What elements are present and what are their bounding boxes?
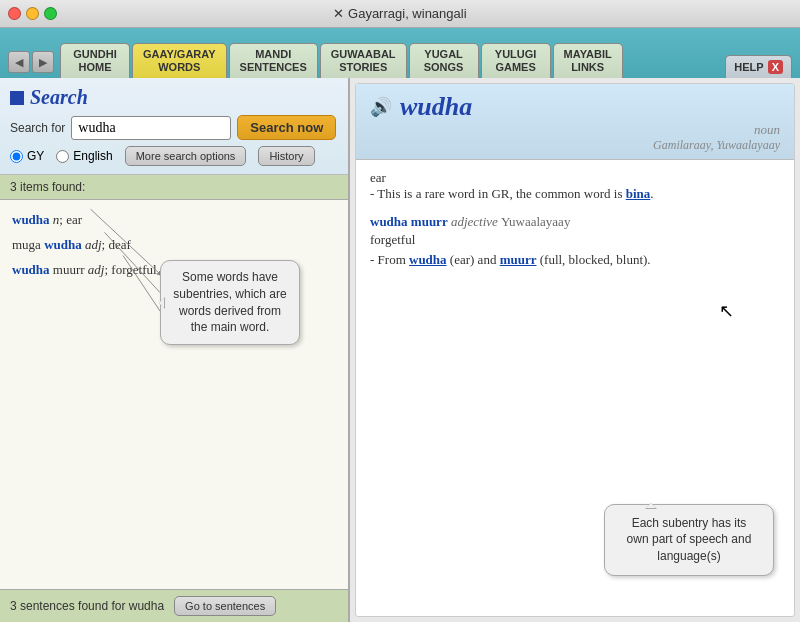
search-title: Search [10, 86, 338, 109]
word-title: wudha [400, 92, 472, 122]
speaker-icon[interactable]: 🔊 [370, 96, 392, 118]
muurr-link[interactable]: muurr [500, 252, 537, 267]
left-panel: Search Search for Search now GY English … [0, 78, 350, 622]
tab-mandi[interactable]: MANDI SENTENCES [229, 43, 318, 78]
word-header-area: 🔊 wudha noun Gamilaraay, Yuwaalayaay [356, 84, 794, 160]
bina-link[interactable]: bina [626, 186, 651, 201]
go-to-sentences-button[interactable]: Go to sentences [174, 596, 276, 616]
word-pos: noun [370, 122, 780, 138]
right-panel: 🔊 wudha noun Gamilaraay, Yuwaalayaay ear… [355, 83, 795, 617]
tab-yulugi[interactable]: YULUGI GAMES [481, 43, 551, 78]
def-text: - This is a rare word in GR, the common … [370, 186, 780, 202]
radio-row: GY English More search options History [10, 146, 338, 166]
maximize-button[interactable] [44, 7, 57, 20]
word-title-row: 🔊 wudha [370, 92, 780, 122]
tab-yugal[interactable]: YUGAL SONGS [409, 43, 479, 78]
def-label: ear [370, 170, 780, 186]
list-item[interactable]: wudha n; ear [12, 210, 336, 231]
tab-gundhi[interactable]: GUNDHI HOME [60, 43, 130, 78]
subentry-def: - From wudha (ear) and muurr (full, bloc… [370, 252, 780, 268]
bottom-bar: 3 sentences found for wudha Go to senten… [0, 589, 348, 622]
search-input[interactable] [71, 116, 231, 140]
help-tab[interactable]: HELP X [725, 55, 792, 78]
window-title: ✕ Gayarragi, winangali [333, 6, 466, 21]
subentry-title: wudha muurr adjective Yuwaalayaay [370, 214, 780, 230]
result-word: wudha [12, 262, 50, 277]
search-now-button[interactable]: Search now [237, 115, 336, 140]
search-row: Search for Search now [10, 115, 338, 140]
tab-mayabil[interactable]: MAYABIL LINKS [553, 43, 623, 78]
nav-bar: ◀ ▶ GUNDHI HOME GAAY/GARAY WORDS MANDI S… [0, 28, 800, 78]
wudha-link[interactable]: wudha [409, 252, 447, 267]
radio-gy[interactable]: GY [10, 149, 44, 163]
tab-gaay[interactable]: GAAY/GARAY WORDS [132, 43, 227, 78]
more-options-button[interactable]: More search options [125, 146, 247, 166]
subentry-def-word: forgetful [370, 232, 780, 248]
word-lang: Gamilaraay, Yuwaalayaay [370, 138, 780, 157]
search-icon [10, 91, 24, 105]
result-word: wudha [12, 212, 50, 227]
history-button[interactable]: History [258, 146, 314, 166]
results-list: wudha n; ear muga wudha adj; deaf wudha … [0, 200, 348, 589]
results-count: 3 items found: [0, 175, 348, 200]
window-controls[interactable] [8, 7, 57, 20]
list-item[interactable]: muga wudha adj; deaf [12, 235, 336, 256]
tab-guwaabal[interactable]: GUWAABAL STORIES [320, 43, 407, 78]
close-button[interactable] [8, 7, 21, 20]
result-word: wudha [44, 237, 82, 252]
forward-arrow[interactable]: ▶ [32, 51, 54, 73]
title-bar: ✕ Gayarragi, winangali [0, 0, 800, 28]
tooltip-subentries: Some words have subentries, which are wo… [160, 260, 300, 345]
definition-section: ear - This is a rare word in GR, the com… [370, 170, 780, 202]
radio-english[interactable]: English [56, 149, 112, 163]
subentry-1: wudha muurr adjective Yuwaalayaay forget… [370, 214, 780, 268]
close-x[interactable]: X [768, 60, 783, 74]
back-arrow[interactable]: ◀ [8, 51, 30, 73]
nav-arrows[interactable]: ◀ ▶ [8, 51, 54, 73]
search-for-label: Search for [10, 121, 65, 135]
word-body: ear - This is a rare word in GR, the com… [356, 160, 794, 616]
minimize-button[interactable] [26, 7, 39, 20]
search-header: Search Search for Search now GY English … [0, 78, 348, 175]
tooltip-subentry-info: Each subentry has its own part of speech… [604, 504, 774, 576]
sentences-count: 3 sentences found for wudha [10, 599, 164, 613]
main-content: Search Search for Search now GY English … [0, 78, 800, 622]
title-icon: ✕ [333, 6, 348, 21]
cursor-icon: ↖ [719, 300, 734, 322]
